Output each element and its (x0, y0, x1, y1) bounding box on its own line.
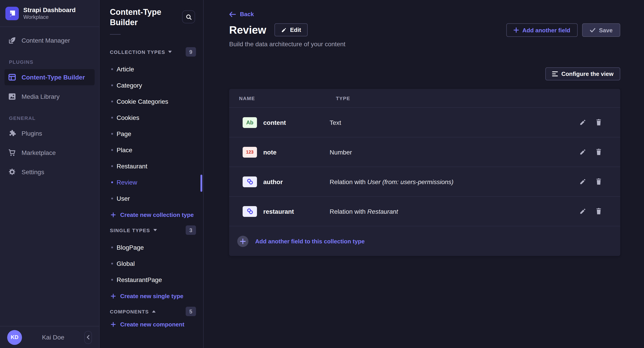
media-library-icon (8, 92, 16, 101)
collection-types-list: Article Category Cookie Categories Cooki… (100, 61, 203, 207)
relation-link-icon (246, 208, 254, 215)
subnav-header: Content-Type Builder (100, 0, 203, 28)
nav-item-marketplace[interactable]: Marketplace (4, 145, 95, 161)
collection-type-review[interactable]: Review (100, 174, 203, 190)
nav-item-content-type-builder[interactable]: Content-Type Builder (4, 69, 95, 85)
plus-circle-icon (237, 236, 248, 247)
field-name: restaurant (257, 208, 330, 215)
puzzle-icon (8, 129, 16, 137)
brand-text: Strapi Dashboard Workplace (23, 6, 76, 21)
edit-field-button[interactable] (580, 119, 586, 126)
nav-item-settings[interactable]: Settings (4, 164, 95, 180)
create-collection-type-link[interactable]: Create new collection type (100, 207, 203, 223)
chevron-left-icon (86, 335, 90, 339)
single-type-restaurantpage[interactable]: RestaurantPage (100, 272, 203, 288)
edit-field-button[interactable] (580, 149, 586, 155)
table-row: Ab content Text (229, 107, 620, 137)
single-types-list: BlogPage Global RestaurantPage (100, 239, 203, 288)
save-button[interactable]: Save (582, 23, 620, 37)
chevron-down-icon (153, 229, 157, 231)
plus-icon (111, 212, 116, 217)
nav-item-label: Media Library (22, 93, 60, 100)
single-types-count: 3 (186, 225, 196, 235)
components-header[interactable]: COMPONENTS 5 (100, 307, 203, 316)
trash-icon (596, 149, 602, 155)
relation-field-badge (242, 176, 257, 187)
pencil-icon (580, 208, 586, 215)
title-wrap: Review Edit (229, 23, 308, 36)
single-types-header[interactable]: SINGLE TYPES 3 (100, 225, 203, 235)
field-name: content (257, 119, 330, 126)
subnav-scrollbar-thumb[interactable] (200, 175, 202, 192)
collection-types-count: 9 (186, 47, 196, 57)
trash-icon (596, 119, 602, 126)
search-button[interactable] (182, 10, 195, 23)
row-actions (580, 208, 620, 215)
collection-types-section: COLLECTION TYPES 9 Article Category Cook… (100, 47, 203, 223)
single-type-blogpage[interactable]: BlogPage (100, 239, 203, 256)
nav-item-label: Content Manager (22, 37, 70, 44)
collection-types-header[interactable]: COLLECTION TYPES 9 (100, 47, 203, 57)
section-label: SINGLE TYPES (110, 227, 150, 233)
relation-field-badge (242, 206, 257, 217)
page-header: Review Edit Add another field (229, 23, 620, 37)
add-field-to-collection-button[interactable]: Add another field to this collection typ… (229, 226, 620, 256)
components-count: 5 (186, 307, 196, 316)
chevron-down-icon (168, 51, 172, 53)
table-row: author Relation with User (from: users-p… (229, 166, 620, 196)
chevron-up-icon (152, 310, 156, 312)
collection-type-cookies[interactable]: Cookies (100, 110, 203, 126)
create-component-link[interactable]: Create new component (100, 316, 203, 332)
delete-field-button[interactable] (596, 208, 602, 215)
nav-item-label: Settings (22, 168, 44, 176)
nav-item-media-library[interactable]: Media Library (4, 88, 95, 105)
delete-field-button[interactable] (596, 119, 602, 126)
delete-field-button[interactable] (596, 149, 602, 155)
table-row: restaurant Relation with Restaurant (229, 196, 620, 226)
workspace-switcher[interactable]: Strapi Dashboard Workplace (0, 0, 99, 27)
collection-type-cookie-categories[interactable]: Cookie Categories (100, 93, 203, 110)
strapi-app: Strapi Dashboard Workplace Content Manag… (0, 0, 644, 348)
collection-type-user[interactable]: User (100, 190, 203, 207)
configure-the-view-button[interactable]: Configure the view (545, 67, 620, 80)
main-content: Back Review Edit Add another field (204, 0, 644, 348)
section-label: COLLECTION TYPES (110, 49, 165, 55)
plus-icon (111, 322, 116, 327)
back-link[interactable]: Back (229, 11, 254, 18)
add-another-field-button[interactable]: Add another field (506, 23, 578, 37)
page-title: Review (229, 23, 266, 36)
pencil-icon (580, 119, 586, 126)
collection-type-article[interactable]: Article (100, 61, 203, 77)
user-name: Kai Doe (22, 334, 84, 341)
search-icon (186, 14, 192, 20)
avatar[interactable]: KD (7, 330, 22, 345)
collection-type-page[interactable]: Page (100, 126, 203, 142)
relation-link-icon (246, 178, 254, 186)
nav-item-plugins[interactable]: Plugins (4, 125, 95, 141)
edit-field-button[interactable] (580, 178, 586, 185)
field-type: Relation with Restaurant (330, 208, 580, 215)
subnav-title: Content-Type Builder (110, 7, 168, 28)
content-type-builder-icon (8, 73, 16, 81)
nav-item-content-manager[interactable]: Content Manager (4, 32, 95, 49)
collapse-sidebar-button[interactable] (84, 331, 92, 344)
plus-icon (240, 238, 246, 244)
create-single-type-link[interactable]: Create new single type (100, 288, 203, 304)
divider (110, 34, 121, 35)
gear-icon (8, 168, 16, 176)
number-field-badge: 123 (242, 147, 257, 157)
pencil-icon (580, 149, 586, 155)
field-name: note (257, 148, 330, 155)
collection-type-category[interactable]: Category (100, 77, 203, 93)
edit-button[interactable]: Edit (274, 23, 308, 36)
row-actions (580, 149, 620, 155)
single-types-section: SINGLE TYPES 3 BlogPage Global Restauran… (100, 225, 203, 304)
text-field-badge: Ab (242, 117, 257, 128)
single-type-global[interactable]: Global (100, 256, 203, 272)
collection-type-restaurant[interactable]: Restaurant (100, 158, 203, 174)
content-type-builder-subnav: Content-Type Builder COLLECTION TYPES 9 … (100, 0, 204, 348)
delete-field-button[interactable] (596, 178, 602, 185)
plus-icon (111, 293, 116, 298)
edit-field-button[interactable] (580, 208, 586, 215)
collection-type-place[interactable]: Place (100, 142, 203, 158)
